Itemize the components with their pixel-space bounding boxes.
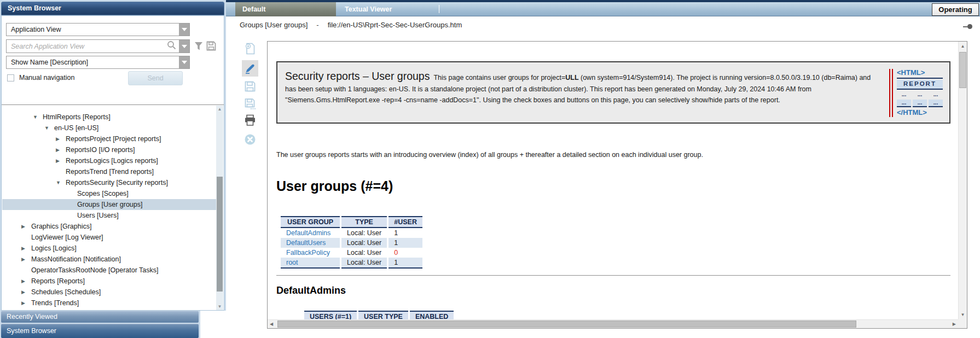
- tree-item[interactable]: ▼HtmlReports [Reports]: [2, 112, 216, 123]
- new-report-button[interactable]: [242, 40, 258, 57]
- expand-arrow-icon[interactable]: ▶: [21, 221, 31, 232]
- report-header-text: This page contains user groups for proje…: [433, 74, 565, 81]
- tree-item[interactable]: ▶ReportsIO [I/O reports]: [2, 144, 216, 155]
- close-report-button[interactable]: [242, 131, 258, 148]
- tree-item[interactable]: ▼ReportsSecurity [Security reports]: [2, 177, 216, 188]
- tree-item[interactable]: ▶ReportsProject [Project reports]: [2, 133, 216, 144]
- panel-gap-fill: [200, 311, 226, 338]
- tree-item[interactable]: ▼en-US [en-US]: [2, 123, 216, 133]
- tree-item[interactable]: ▶Trends [Trends]: [2, 298, 216, 308]
- display-mode-selector[interactable]: Show Name [Description]: [6, 56, 190, 69]
- logo-dot-cell: ...: [929, 100, 943, 107]
- report-content-area: <HTML> REPORT ... ... ... ... ... ...: [226, 33, 980, 338]
- tree-item-label: Groups [User groups]: [77, 199, 143, 210]
- recently-viewed-bar[interactable]: Recently Viewed: [1, 311, 199, 323]
- print-report-button[interactable]: [242, 112, 258, 129]
- pin-icon[interactable]: [963, 24, 972, 29]
- scrollbar-thumb[interactable]: [277, 320, 856, 328]
- scrollbar-right-icon[interactable]: ▶: [953, 322, 956, 327]
- tree-item-label: Trends [Trends]: [31, 298, 79, 308]
- project-name: ULL: [565, 74, 578, 81]
- chevron-down-icon: [182, 45, 187, 48]
- report-horizontal-scrollbar[interactable]: ◀ ▶: [268, 319, 958, 328]
- group-type-cell: Local: User: [341, 248, 387, 258]
- user-group-link[interactable]: FallbackPolicy: [281, 248, 340, 258]
- tree-item[interactable]: OperatorTasksRootNode [Operator Tasks]: [2, 265, 216, 276]
- scrollbar-down-icon[interactable]: ▼: [216, 304, 223, 309]
- manual-navigation-label: Manual navigation: [19, 74, 74, 81]
- scrollbar-corner: [958, 319, 967, 328]
- tree-item[interactable]: ▶Reports [Reports]: [2, 276, 216, 287]
- view-selector[interactable]: Application View: [6, 23, 190, 36]
- expand-arrow-icon[interactable]: ▶: [21, 276, 31, 287]
- tab-default[interactable]: Default: [235, 2, 336, 16]
- navigation-tree: ▼HtmlReports [Reports] ▼en-US [en-US] ▶R…: [2, 105, 216, 310]
- expand-arrow-icon[interactable]: ▶: [56, 133, 66, 144]
- default-admins-heading: DefaultAdmins: [276, 285, 958, 296]
- search-box: [6, 39, 190, 53]
- expand-arrow-icon[interactable]: ▶: [21, 287, 31, 298]
- scrollbar-up-icon[interactable]: ▲: [959, 44, 967, 49]
- expand-arrow-icon[interactable]: ▼: [33, 112, 43, 123]
- table-row: root Local: User 1: [281, 258, 422, 269]
- tree-item[interactable]: ▶ReportsLogics [Logics reports]: [2, 155, 216, 166]
- tree-item-label: Scopes [Scopes]: [77, 188, 129, 199]
- manual-navigation-checkbox[interactable]: [7, 74, 14, 81]
- report-vertical-scrollbar[interactable]: ▲ ▼: [958, 42, 967, 319]
- search-dropdown-button[interactable]: [179, 40, 189, 53]
- user-group-link[interactable]: root: [281, 258, 340, 269]
- report-intro-text: The user groups reports starts with an i…: [276, 151, 958, 159]
- scrollbar-left-icon[interactable]: ◀: [270, 322, 273, 327]
- tree-item[interactable]: ReportsTrend [Trend reports]: [2, 166, 216, 177]
- expand-arrow-icon[interactable]: ▼: [56, 177, 66, 188]
- tree-item[interactable]: Scopes [Scopes]: [2, 188, 216, 199]
- tree-item-selected[interactable]: Groups [User groups]: [2, 199, 216, 210]
- report-title: Security reports – User groups: [285, 70, 430, 82]
- user-group-link[interactable]: DefaultUsers: [281, 238, 340, 248]
- edit-report-button[interactable]: [242, 60, 258, 77]
- table-row: DefaultAdmins Local: User 1: [281, 228, 422, 238]
- view-selector-dropdown-button[interactable]: [179, 24, 189, 36]
- scrollbar-down-icon[interactable]: ▼: [959, 312, 967, 317]
- save-filter-icon[interactable]: [206, 41, 216, 53]
- panel-title-bar: System Browser: [1, 2, 224, 15]
- user-group-link[interactable]: DefaultAdmins: [281, 228, 340, 238]
- html-report-logo: <HTML> REPORT ... ... ... ... ... ...: [889, 69, 943, 117]
- scrollbar-thumb[interactable]: [217, 177, 223, 292]
- column-header: TYPE: [341, 216, 387, 228]
- display-mode-dropdown-button[interactable]: [179, 56, 189, 68]
- tree-item[interactable]: Users [Users]: [2, 210, 216, 221]
- tree-item[interactable]: LogViewer [Log Viewer]: [2, 232, 216, 243]
- section-divider: [276, 275, 950, 276]
- expand-arrow-icon[interactable]: ▶: [21, 254, 31, 265]
- breadcrumb-node: Groups [User groups]: [240, 21, 308, 29]
- tree-item-label: MassNotification [Notification]: [31, 254, 121, 265]
- group-type-cell: Local: User: [341, 228, 387, 238]
- tree-item-label: ReportsLogics [Logics reports]: [66, 155, 158, 166]
- search-input[interactable]: [7, 43, 167, 50]
- user-count-cell: 0: [388, 248, 422, 258]
- system-browser-bar[interactable]: System Browser: [1, 324, 199, 338]
- tree-item[interactable]: ▶Schedules [Schedules]: [2, 287, 216, 298]
- operating-button[interactable]: Operating: [932, 3, 979, 16]
- expand-arrow-icon[interactable]: ▶: [21, 243, 31, 254]
- expand-arrow-icon[interactable]: ▶: [56, 155, 66, 166]
- search-icon: [167, 40, 179, 52]
- tab-textual-viewer[interactable]: Textual Viewer: [338, 2, 438, 16]
- tree-item[interactable]: ▶MassNotification [Notification]: [2, 254, 216, 265]
- scrollbar-thumb[interactable]: [959, 52, 966, 88]
- expand-arrow-icon[interactable]: ▶: [56, 144, 66, 155]
- send-button[interactable]: Send: [128, 71, 183, 85]
- filter-icon[interactable]: [194, 42, 203, 53]
- scrollbar-up-icon[interactable]: ▲: [216, 107, 223, 112]
- expand-arrow-icon[interactable]: ▶: [21, 298, 31, 308]
- save-as-icon: [244, 98, 256, 110]
- tree-item[interactable]: ▶Logics [Logics]: [2, 243, 216, 254]
- save-as-report-button[interactable]: [242, 96, 258, 112]
- column-header: USER GROUP: [281, 216, 340, 228]
- save-report-button[interactable]: [242, 78, 258, 95]
- tree-item-label: ReportsProject [Project reports]: [66, 133, 161, 144]
- tree-item[interactable]: ▶Graphics [Graphics]: [2, 221, 216, 232]
- expand-arrow-icon[interactable]: ▼: [44, 123, 54, 133]
- tree-scrollbar[interactable]: ▲ ▼: [216, 106, 223, 310]
